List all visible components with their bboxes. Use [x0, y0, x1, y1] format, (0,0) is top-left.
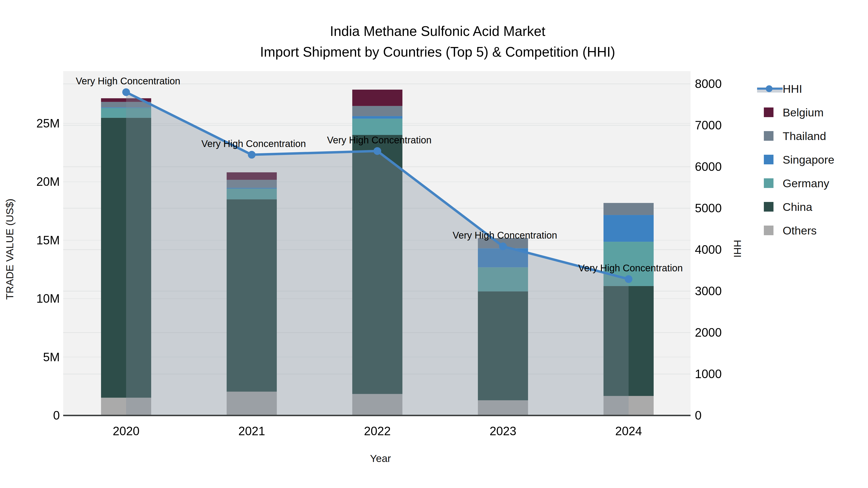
hhi-line-swatch-icon	[757, 84, 783, 94]
bar-segment-germany-2022[interactable]	[352, 119, 402, 135]
color-swatch-icon-germany	[764, 178, 774, 188]
x-tick-2022: 2022	[364, 424, 391, 438]
right-tick-2000: 2000	[695, 326, 722, 339]
left-tick-25M: 25M	[36, 117, 60, 130]
left-tick-15M: 15M	[36, 233, 60, 247]
bar-segment-singapore-2022[interactable]	[352, 116, 402, 119]
x-tick-2021: 2021	[238, 424, 265, 438]
color-swatch-icon-singapore	[764, 155, 774, 164]
right-tick-1000: 1000	[695, 367, 722, 381]
legend-label: Thailand	[783, 129, 826, 143]
hhi-marker-2024[interactable]	[625, 275, 632, 283]
hhi-marker-2020[interactable]	[122, 88, 130, 96]
annotation-2023: Very High Concentration	[453, 230, 557, 240]
legend-item-germany[interactable]: Germany	[757, 178, 834, 189]
legend-label: China	[783, 200, 812, 214]
legend-item-belgium[interactable]: Belgium	[757, 107, 834, 118]
left-tick-5M: 5M	[43, 350, 60, 364]
annotation-2024: Very High Concentration	[578, 263, 683, 273]
right-tick-3000: 3000	[695, 284, 722, 298]
hhi-marker-2021[interactable]	[248, 151, 255, 159]
right-tick-4000: 4000	[695, 243, 722, 256]
x-tick-2024: 2024	[615, 424, 642, 438]
chart-canvas: Very High ConcentrationVery High Concent…	[0, 0, 868, 488]
color-swatch-icon-others	[764, 226, 774, 235]
legend-item-hhi[interactable]: HHI	[757, 84, 834, 94]
color-swatch-icon-china	[764, 202, 774, 212]
legend-label: HHI	[783, 82, 802, 95]
x-tick-2023: 2023	[490, 424, 516, 438]
left-tick-20M: 20M	[36, 175, 60, 189]
bar-segment-thailand-2022[interactable]	[352, 106, 402, 116]
right-tick-5000: 5000	[695, 201, 722, 215]
right-tick-7000: 7000	[695, 119, 722, 132]
hhi-marker-2022[interactable]	[373, 147, 381, 155]
right-tick-0: 0	[695, 409, 702, 422]
legend: HHIBelgiumThailandSingaporeGermanyChinaO…	[757, 84, 834, 249]
legend-item-singapore[interactable]: Singapore	[757, 154, 834, 165]
legend-label: Belgium	[783, 106, 824, 119]
left-tick-0: 0	[53, 409, 60, 422]
hhi-marker-2023[interactable]	[499, 242, 507, 250]
legend-item-others[interactable]: Others	[757, 225, 834, 236]
left-tick-10M: 10M	[36, 292, 60, 305]
legend-item-china[interactable]: China	[757, 201, 834, 212]
annotation-2021: Very High Concentration	[201, 138, 306, 149]
legend-label: Germany	[783, 177, 829, 190]
legend-label: Others	[783, 224, 817, 237]
annotation-2022: Very High Concentration	[327, 135, 432, 145]
right-tick-8000: 8000	[695, 77, 722, 91]
color-swatch-icon-belgium	[764, 107, 774, 117]
right-tick-6000: 6000	[695, 160, 722, 173]
legend-item-thailand[interactable]: Thailand	[757, 131, 834, 141]
color-swatch-icon-thailand	[764, 131, 774, 141]
annotation-2020: Very High Concentration	[76, 76, 180, 86]
bar-segment-thailand-2024[interactable]	[603, 203, 654, 215]
bar-segment-singapore-2024[interactable]	[603, 215, 654, 242]
x-axis-line	[63, 415, 690, 416]
bar-segment-belgium-2022[interactable]	[352, 90, 402, 106]
legend-label: Singapore	[783, 153, 834, 166]
x-tick-2020: 2020	[113, 424, 140, 438]
